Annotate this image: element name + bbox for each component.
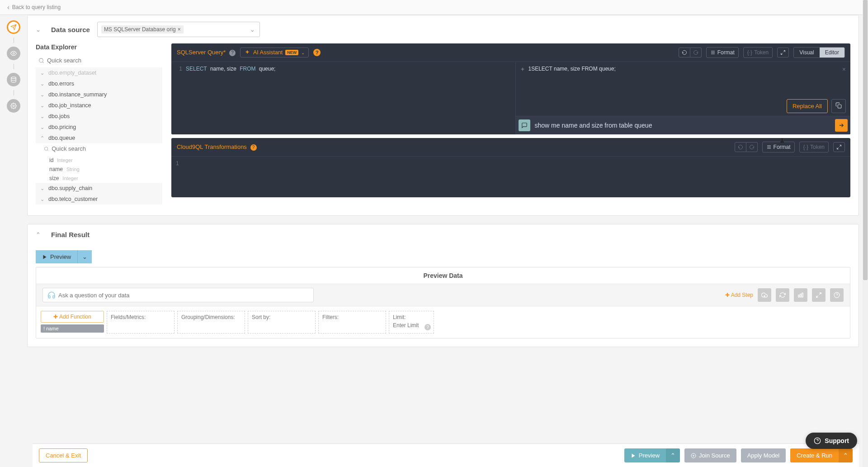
token-button[interactable]: {·} Token: [799, 142, 829, 152]
help-icon[interactable]: ?: [313, 49, 321, 56]
rail-step-settings[interactable]: [7, 99, 20, 113]
svg-point-4: [44, 147, 47, 150]
quick-search-input[interactable]: [47, 57, 160, 64]
footer-preview-dropdown[interactable]: ⌃: [666, 448, 680, 462]
cancel-exit-button[interactable]: Cancel & Exit: [39, 448, 88, 462]
create-run-dropdown[interactable]: ⌃: [839, 448, 853, 462]
visual-tab[interactable]: Visual: [794, 48, 819, 57]
format-button[interactable]: Format: [706, 47, 739, 58]
editor-tab[interactable]: Editor: [820, 48, 844, 57]
cloud-download-button[interactable]: [758, 288, 771, 302]
search-icon: [44, 146, 49, 152]
limit-label: Limit:: [393, 314, 430, 320]
tree-item[interactable]: ⌄dbo.supply_chain: [36, 183, 162, 194]
data-source-select[interactable]: MS SQLServer Database orig × ⌄: [97, 22, 260, 37]
collapse-data-source[interactable]: ⌄: [36, 26, 44, 33]
footer-preview-button[interactable]: Preview: [624, 448, 666, 462]
list-icon: [766, 144, 772, 150]
collapse-final-result[interactable]: ⌃: [36, 231, 44, 238]
chart-button[interactable]: [794, 288, 807, 302]
chevron-down-icon: ⌄: [40, 124, 46, 130]
column-row[interactable]: sizeInteger: [44, 174, 162, 183]
undo-button[interactable]: [679, 48, 690, 57]
ai-send-button[interactable]: [835, 119, 848, 132]
tree-label: dbo.empty_dataset: [48, 70, 96, 76]
add-function-button[interactable]: ✚ Add Function: [41, 311, 104, 323]
back-to-listing-link[interactable]: Back to query listing: [12, 4, 61, 10]
help-icon[interactable]: ?: [250, 144, 257, 151]
tree-item[interactable]: ⌄dbo.job_instance: [36, 100, 162, 111]
redo-button[interactable]: [690, 48, 702, 57]
refresh-icon: [779, 292, 786, 298]
plus-circle-icon: [691, 453, 696, 458]
replace-all-button[interactable]: Replace All: [787, 99, 828, 113]
rail-step-preview[interactable]: [7, 47, 20, 60]
tree-item[interactable]: ⌄dbo.pricing: [36, 122, 162, 133]
query-title: SQLServer Query* ?: [177, 49, 236, 56]
preview-data-title: Preview Data: [36, 267, 850, 284]
cloud-icon: [761, 292, 768, 298]
info-icon[interactable]: ?: [425, 324, 431, 330]
add-step-button[interactable]: ✚ Add Step: [725, 292, 753, 298]
ai-assistant-button[interactable]: AI Assistant NEW ⌄: [240, 48, 309, 57]
svg-point-3: [39, 58, 43, 62]
close-icon[interactable]: ×: [842, 66, 846, 73]
svg-point-1: [11, 77, 16, 79]
function-chip[interactable]: ! name: [41, 324, 104, 333]
ask-data-input[interactable]: [58, 292, 309, 299]
join-source-button[interactable]: Join Source: [684, 448, 736, 462]
apply-model-button[interactable]: Apply Model: [741, 448, 786, 462]
format-label: Format: [774, 144, 791, 150]
tree-item[interactable]: ⌄dbo.errors: [36, 78, 162, 89]
support-button[interactable]: Support: [806, 433, 857, 449]
redo-button[interactable]: [746, 142, 758, 152]
col-name: name: [49, 166, 63, 172]
rail-step-model[interactable]: [7, 73, 20, 86]
chevron-left-icon: ‹: [7, 4, 9, 11]
expand-icon: [816, 292, 822, 298]
tree-item[interactable]: ⌄dbo.instance_summary: [36, 89, 162, 100]
tree-item[interactable]: ⌄dbo.jobs: [36, 111, 162, 122]
svg-point-0: [13, 52, 14, 54]
token-label: Token: [810, 144, 825, 150]
chevron-down-icon: ⌄: [40, 81, 46, 87]
expand-button[interactable]: [833, 142, 845, 152]
copy-button[interactable]: [831, 99, 846, 113]
sort-zone[interactable]: Sort by:: [248, 311, 316, 334]
page-scrollbar[interactable]: [863, 0, 868, 467]
fields-metrics-zone[interactable]: Fields/Metrics:: [107, 311, 175, 334]
token-button[interactable]: {·} Token: [743, 47, 773, 58]
preview-button[interactable]: Preview: [36, 250, 78, 263]
chip-remove-icon[interactable]: ×: [178, 26, 181, 33]
transformations-title: Cloud9QL Transformations ?: [177, 143, 257, 151]
column-row[interactable]: nameString: [44, 165, 162, 174]
query-editor[interactable]: 1SELECT name, size FROM queue;: [171, 62, 515, 134]
ai-prompt-input[interactable]: [533, 118, 833, 133]
format-button[interactable]: Format: [762, 142, 795, 152]
play-icon: [631, 453, 636, 458]
undo-button[interactable]: [735, 142, 746, 152]
column-row[interactable]: idInteger: [44, 156, 162, 165]
expand-button[interactable]: [777, 48, 789, 57]
help-button[interactable]: [830, 288, 844, 302]
preview-dropdown[interactable]: ⌄: [78, 250, 92, 263]
send-icon: [10, 24, 17, 30]
tree-item-expanded[interactable]: ⌃dbo.queue: [36, 133, 162, 143]
svg-rect-13: [800, 294, 801, 297]
chip-label: MS SQLServer Database orig: [104, 26, 176, 33]
chevron-down-icon: ⌄: [40, 70, 46, 76]
filters-zone[interactable]: Filters:: [318, 311, 386, 334]
tree-columns: idInteger nameString sizeInteger: [36, 143, 162, 183]
rail-step-source[interactable]: [7, 20, 20, 34]
help-icon[interactable]: ?: [229, 50, 236, 56]
chevron-down-icon: ⌄: [40, 186, 46, 191]
transformations-editor[interactable]: 1: [171, 157, 850, 197]
tree-item[interactable]: ⌄dbo.empty_dataset: [36, 67, 162, 78]
tree-item[interactable]: ⌄dbo.telco_customer: [36, 194, 162, 205]
create-run-button[interactable]: Create & Run: [790, 448, 839, 462]
column-search-input[interactable]: [52, 145, 160, 152]
refresh-button[interactable]: [776, 288, 789, 302]
grouping-zone[interactable]: Grouping/Dimensions:: [177, 311, 245, 334]
expand-button[interactable]: [812, 288, 826, 302]
arrow-right-icon: [838, 122, 844, 129]
